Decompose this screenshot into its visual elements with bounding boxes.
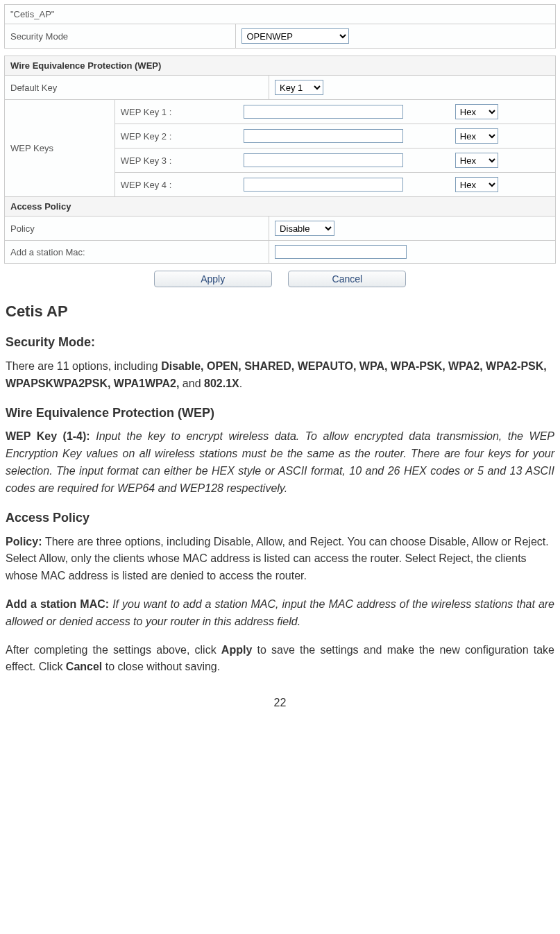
wep-key-2-label: WEP Key 2 : [115, 124, 239, 148]
security-mode-table: "Cetis_AP" Security Mode OPENWEP [4, 4, 556, 49]
wep-key-row-3: WEP Key 3 : Hex [115, 148, 555, 173]
page-number: 22 [4, 697, 556, 709]
add-mac-label-text: Add a station MAC: [6, 598, 112, 610]
wep-key-1-fmt-select[interactable]: Hex [455, 104, 498, 119]
wep-key-row-2: WEP Key 2 : Hex [115, 124, 555, 148]
doc-section: Cetis AP Security Mode: There are 11 opt… [4, 300, 556, 676]
wep-keys-label: WEP Keys [5, 100, 115, 197]
button-row: Apply Cancel [4, 271, 556, 287]
policy-body: There are three options, including Disab… [6, 536, 549, 582]
wep-key-1-input-cell [238, 100, 449, 124]
security-mode-select[interactable]: OPENWEP [241, 28, 349, 44]
wep-key-2-fmt-cell: Hex [450, 124, 555, 148]
security-mode-paragraph: There are 11 options, including Disable,… [6, 358, 554, 393]
after-intro: After completing the settings above, cli… [6, 644, 221, 656]
wep-key-1-fmt-cell: Hex [450, 100, 555, 124]
wep-key-row-4: WEP Key 4 : Hex [115, 173, 555, 197]
ap-name-cell: "Cetis_AP" [5, 5, 556, 24]
add-mac-paragraph: Add a station MAC: If you want to add a … [6, 596, 554, 631]
wep-key-1-label: WEP Key 1 : [115, 100, 239, 124]
wep-key-3-fmt-select[interactable]: Hex [455, 153, 498, 168]
wep-key-4-fmt-select[interactable]: Hex [455, 177, 498, 192]
wep-key-3-input[interactable] [244, 153, 403, 167]
security-mode-label: Security Mode [5, 24, 236, 49]
after-tail: to close without saving. [102, 661, 220, 672]
wep-key-2-fmt-select[interactable]: Hex [455, 128, 498, 144]
access-policy-header: Access Policy [5, 197, 556, 216]
wep-section-header: Wire Equivalence Protection (WEP) [5, 56, 556, 76]
policy-label: Policy [5, 216, 269, 241]
apply-button[interactable]: Apply [154, 271, 272, 287]
sec-mode-and: and [179, 377, 204, 389]
wep-keys-inner-table: WEP Key 1 : Hex WEP Key 2 : [115, 100, 555, 196]
cancel-button[interactable]: Cancel [288, 271, 406, 287]
add-station-cell [269, 241, 556, 264]
after-cancel: Cancel [66, 661, 102, 672]
doc-title: Cetis AP [6, 300, 554, 323]
wep-key-2-input[interactable] [244, 129, 403, 143]
wep-key-3-label: WEP Key 3 : [115, 148, 239, 173]
wep-key-row-1: WEP Key 1 : Hex [115, 100, 555, 124]
wep-key-4-label: WEP Key 4 : [115, 173, 239, 197]
add-station-label: Add a station Mac: [5, 241, 269, 264]
wep-heading: Wire Equivalence Protection (WEP) [6, 404, 554, 423]
security-mode-cell: OPENWEP [236, 24, 556, 49]
sec-mode-period: . [239, 377, 242, 389]
wep-key-1-input[interactable] [244, 105, 403, 119]
wep-table: Wire Equivalence Protection (WEP) Defaul… [4, 56, 556, 264]
default-key-cell: Key 1 [269, 76, 556, 100]
access-policy-heading: Access Policy [6, 509, 554, 528]
policy-label-text: Policy: [6, 536, 45, 547]
policy-cell: Disable [269, 216, 556, 241]
default-key-label: Default Key [5, 76, 269, 100]
security-mode-heading: Security Mode: [6, 333, 554, 353]
wep-key-3-fmt-cell: Hex [450, 148, 555, 173]
wep-key-4-input-cell [238, 173, 449, 197]
wep-key-3-input-cell [238, 148, 449, 173]
sec-mode-intro: There are 11 options, including [6, 360, 161, 372]
wep-key-paragraph: WEP Key (1-4): Input the key to encrypt … [6, 428, 554, 497]
sec-mode-8021x: 802.1X [204, 377, 239, 389]
after-paragraph: After completing the settings above, cli… [6, 642, 554, 677]
policy-paragraph: Policy: There are three options, includi… [6, 534, 554, 585]
policy-select[interactable]: Disable [275, 221, 334, 236]
wep-key-2-input-cell [238, 124, 449, 148]
wep-key-4-fmt-cell: Hex [450, 173, 555, 197]
wep-key-4-input[interactable] [244, 178, 403, 192]
wep-key-label-text: WEP Key (1-4): [6, 430, 96, 442]
default-key-select[interactable]: Key 1 [275, 80, 323, 95]
add-station-input[interactable] [275, 245, 407, 259]
wep-keys-nested: WEP Key 1 : Hex WEP Key 2 : [114, 100, 555, 197]
after-apply: Apply [221, 644, 252, 656]
